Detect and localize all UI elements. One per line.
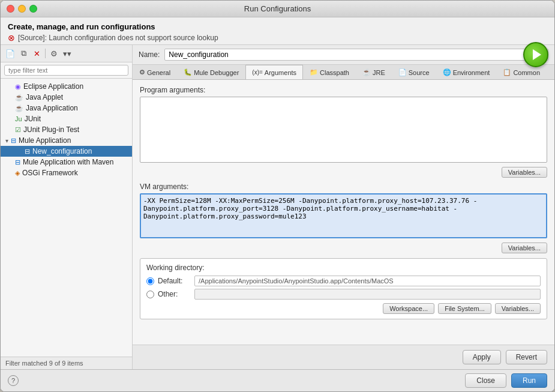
run-button-top[interactable] xyxy=(523,42,548,67)
minimize-window-button[interactable] xyxy=(18,5,26,13)
name-input[interactable] xyxy=(164,49,548,61)
error-line: ⊗ [Source]: Launch configuration does no… xyxy=(8,34,547,42)
common-tab-icon: 📋 xyxy=(503,68,511,76)
header-title: Create, manage, and run configurations xyxy=(8,22,547,31)
tab-mule-debugger[interactable]: 🐛 Mule Debugger xyxy=(177,65,245,79)
tree-label-mule-app: Mule Application xyxy=(19,136,71,145)
footer-bar: ? Close Run xyxy=(1,369,554,391)
run-triangle-icon xyxy=(533,49,541,60)
tab-arguments[interactable]: (x)= Arguments xyxy=(245,65,303,80)
program-args-label: Program arguments: xyxy=(140,86,547,94)
bottom-buttons: Apply Revert xyxy=(133,345,554,369)
mule-debugger-tab-icon: 🐛 xyxy=(184,68,192,76)
toolbar-sep xyxy=(45,49,46,58)
filter-input[interactable] xyxy=(4,65,128,76)
other-path-input[interactable] xyxy=(194,289,541,300)
jre-tab-icon: ☕ xyxy=(362,68,371,76)
header-area: Create, manage, and run configurations ⊗… xyxy=(1,17,554,45)
window-title: Run Configurations xyxy=(244,4,311,13)
filter-button[interactable]: ⚙ xyxy=(48,47,60,59)
tab-environment[interactable]: 🌐 Environment xyxy=(436,65,497,79)
error-text: [Source]: Launch configuration does not … xyxy=(18,34,218,42)
java-applet-icon: ☕ xyxy=(15,94,23,101)
tree-item-mule-app[interactable]: ▾ ⊟ Mule Application xyxy=(1,135,132,146)
tree-label-new-config: New_configuration xyxy=(32,147,92,155)
mule-maven-icon: ⊟ xyxy=(15,158,20,166)
tree-label-java-app: Java Application xyxy=(26,104,78,112)
osgi-icon: ◈ xyxy=(15,169,20,177)
variables-button-1[interactable]: Variables... xyxy=(502,167,547,178)
program-args-textarea[interactable] xyxy=(140,97,547,163)
footer-right-buttons: Close Run xyxy=(465,373,547,388)
tree-item-java-applet[interactable]: ☕ Java Applet xyxy=(1,92,132,103)
help-button[interactable]: ? xyxy=(8,375,19,386)
tree-item-osgi[interactable]: ◈ OSGi Framework xyxy=(1,167,132,178)
tab-jre[interactable]: ☕ JRE xyxy=(356,65,392,79)
tabs-row: ⚙ General 🐛 Mule Debugger (x)= Arguments… xyxy=(133,65,554,80)
collapse-button[interactable]: ▾▾ xyxy=(61,47,73,59)
tree-item-eclipse[interactable]: ◉ Eclipse Application xyxy=(1,81,132,92)
general-tab-icon: ⚙ xyxy=(139,68,145,76)
tab-source[interactable]: 📄 Source xyxy=(392,65,436,79)
variables-button-2[interactable]: Variables... xyxy=(502,243,547,253)
tree-item-junit-plugin[interactable]: ☑ JUnit Plug-in Test xyxy=(1,124,132,135)
junit-icon: Ju xyxy=(15,115,22,122)
mule-icon: ⊟ xyxy=(11,137,16,145)
tree-label-junit: JUnit xyxy=(25,115,41,123)
window-controls xyxy=(7,5,37,13)
tree-item-junit[interactable]: Ju JUnit xyxy=(1,113,132,124)
main-content: 📄 ⧉ ✕ ⚙ ▾▾ ◉ Eclipse Application xyxy=(1,45,554,369)
default-path-input xyxy=(194,276,541,286)
tab-general[interactable]: ⚙ General xyxy=(133,65,177,79)
tree-label-mule-maven: Mule Application with Maven xyxy=(23,158,113,166)
tree-item-new-config[interactable]: ⊟ New_configuration xyxy=(1,146,132,157)
new-config-icon: ⊟ xyxy=(25,148,30,155)
revert-button[interactable]: Revert xyxy=(506,350,547,364)
right-panel: Name: ⚙ General 🐛 Mule Debugger (x)= Arg… xyxy=(133,45,554,369)
junit-plugin-icon: ☑ xyxy=(15,126,21,134)
tree-item-mule-maven[interactable]: ⊟ Mule Application with Maven xyxy=(1,157,132,167)
copy-config-button[interactable]: ⧉ xyxy=(17,47,29,59)
tab-classpath[interactable]: 📁 Classpath xyxy=(303,65,356,79)
tab-classpath-label: Classpath xyxy=(320,69,349,76)
title-bar: Run Configurations xyxy=(1,1,554,17)
tab-jre-label: JRE xyxy=(373,69,385,76)
other-radio-label: Other: xyxy=(158,290,191,298)
working-dir-buttons: Workspace... File System... Variables... xyxy=(146,303,541,314)
delete-config-button[interactable]: ✕ xyxy=(31,47,43,59)
default-radio-row: Default: xyxy=(146,276,541,286)
vm-args-textarea[interactable]: -XX PermSize=128M -XX:MaxPermSize=256M -… xyxy=(140,193,547,238)
error-icon: ⊗ xyxy=(8,34,15,42)
expand-arrow-icon: ▾ xyxy=(5,137,8,144)
tree-area: ◉ Eclipse Application ☕ Java Applet ☕ Ja… xyxy=(1,79,132,357)
tab-mule-debugger-label: Mule Debugger xyxy=(194,69,239,76)
workspace-button[interactable]: Workspace... xyxy=(383,303,434,314)
left-toolbar: 📄 ⧉ ✕ ⚙ ▾▾ xyxy=(1,45,132,62)
other-radio[interactable] xyxy=(146,291,154,298)
filter-status: Filter matched 9 of 9 items xyxy=(1,357,132,369)
run-button[interactable]: Run xyxy=(511,373,547,388)
default-radio-label: Default: xyxy=(158,277,191,285)
close-button[interactable]: Close xyxy=(465,373,506,388)
name-row: Name: xyxy=(133,45,554,65)
vm-args-label: VM arguments: xyxy=(140,182,547,191)
tree-item-java-application[interactable]: ☕ Java Application xyxy=(1,103,132,113)
filesystem-button[interactable]: File System... xyxy=(438,303,491,314)
tree-label-junit-plugin: JUnit Plug-in Test xyxy=(23,125,79,134)
default-radio[interactable] xyxy=(146,277,154,285)
tab-general-label: General xyxy=(147,69,170,76)
java-app-icon: ☕ xyxy=(15,104,23,112)
close-window-button[interactable] xyxy=(7,5,14,13)
working-dir-section: Working directory: Default: Other: Works… xyxy=(140,258,547,319)
source-tab-icon: 📄 xyxy=(398,68,407,76)
apply-button[interactable]: Apply xyxy=(463,350,501,364)
tab-source-label: Source xyxy=(409,69,430,76)
tab-common[interactable]: 📋 Common xyxy=(496,65,547,79)
vars-btn-row-2: Variables... xyxy=(140,243,547,253)
name-label: Name: xyxy=(139,50,160,59)
maximize-window-button[interactable] xyxy=(29,5,37,13)
variables-button-3[interactable]: Variables... xyxy=(495,303,541,314)
new-config-button[interactable]: 📄 xyxy=(4,47,16,59)
tree-label-eclipse: Eclipse Application xyxy=(23,82,83,91)
run-configurations-window: Run Configurations Create, manage, and r… xyxy=(0,0,555,392)
